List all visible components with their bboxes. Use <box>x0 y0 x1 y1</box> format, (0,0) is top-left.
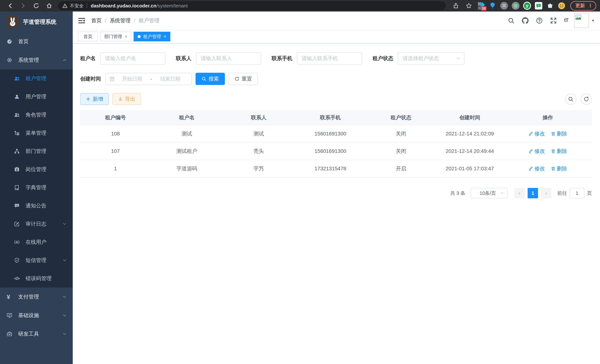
sidebar-item-dict[interactable]: 字典管理 <box>0 178 73 197</box>
contact-label: 联系人 <box>176 55 191 62</box>
trash-icon <box>551 149 556 154</box>
sidebar-item-system[interactable]: 系统管理 <box>0 51 73 69</box>
sidebar-item-dept[interactable]: 部门管理 <box>0 142 73 160</box>
phone-input[interactable] <box>297 52 362 65</box>
refresh-table-button[interactable] <box>581 93 592 105</box>
col-tenant-id: 租户编号 <box>80 110 151 125</box>
toggle-search-button[interactable] <box>565 93 576 105</box>
sidebar-collapse-icon[interactable] <box>78 17 85 24</box>
sidebar-item-infra[interactable]: 基础设施 <box>0 306 73 325</box>
update-label: 更新 <box>575 2 585 9</box>
tab-tenant[interactable]: 租户管理 × <box>134 32 170 41</box>
url-path: /system/tenant <box>156 3 188 9</box>
edit-link[interactable]: 修改 <box>529 130 545 137</box>
monitor-icon <box>7 313 12 318</box>
delete-link[interactable]: 删除 <box>551 148 567 155</box>
goto-page-input[interactable] <box>570 188 584 198</box>
status-select[interactable]: 请选择租户状态 <box>398 52 465 65</box>
date-range-picker[interactable]: 开始日期 - 结束日期 <box>105 73 192 85</box>
sidebar-item-post[interactable]: 岗位管理 <box>0 160 73 178</box>
reset-button[interactable]: 重置 <box>229 73 258 85</box>
delete-link[interactable]: 删除 <box>551 165 567 172</box>
breadcrumb: 首页 / 系统管理 / 租户管理 <box>91 17 159 24</box>
header-search-icon[interactable] <box>508 17 515 24</box>
filter-phone: 联系手机 <box>272 52 362 65</box>
sidebar-item-user[interactable]: 用户管理 <box>0 88 73 106</box>
search-button[interactable]: 搜索 <box>196 73 225 85</box>
browser-forward-icon[interactable] <box>20 3 26 9</box>
date-range-separator: - <box>150 76 153 82</box>
browser-back-icon[interactable] <box>7 3 13 9</box>
share-icon[interactable] <box>453 3 459 9</box>
page-size-select[interactable]: 10条/页 <box>470 188 508 198</box>
edit-note-icon <box>14 221 20 227</box>
filter-row-2: 创建时间 开始日期 - 结束日期 搜索 重置 <box>80 73 592 85</box>
sidebar-item-notice[interactable]: 通知公告 <box>0 197 73 215</box>
breadcrumb-home[interactable]: 首页 <box>91 17 102 24</box>
cell-phone: 15601691300 <box>295 125 366 142</box>
tab-close-icon[interactable]: × <box>125 34 127 39</box>
sidebar-item-label: 支付管理 <box>18 293 62 300</box>
extension-kite-icon[interactable] <box>489 2 497 10</box>
table-row: 108 测试 测试 15601691300 关闭 2021-12-14 21:0… <box>80 125 592 142</box>
address-bar[interactable]: 不安全 dashboard.yudao.iocoder.cn/system/te… <box>58 1 446 10</box>
sidebar-item-label: 错误码管理 <box>26 275 67 282</box>
add-button[interactable]: 新增 <box>80 93 109 105</box>
tenant-name-input[interactable] <box>100 52 166 65</box>
cell-tenant-id: 1 <box>80 160 151 177</box>
app-logo[interactable]: 芋道管理系统 <box>0 11 73 32</box>
delete-link[interactable]: 删除 <box>551 130 567 137</box>
chevron-down-icon <box>62 258 67 262</box>
edit-link[interactable]: 修改 <box>529 148 545 155</box>
status-select-placeholder: 请选择租户状态 <box>403 55 456 62</box>
browser-reload-icon[interactable] <box>33 3 39 9</box>
browser-home-icon[interactable] <box>46 3 52 9</box>
edit-link[interactable]: 修改 <box>529 165 545 172</box>
export-button[interactable]: 导出 <box>112 93 141 105</box>
sidebar-item-dev-tools[interactable]: 研发工具 <box>0 325 73 343</box>
contact-input[interactable] <box>196 52 261 65</box>
sidebar-item-error-code[interactable]: </> 错误码管理 <box>0 269 73 288</box>
sidebar-item-payment[interactable]: ¥ 支付管理 <box>0 288 73 306</box>
avatar[interactable] <box>574 13 589 28</box>
tab-close-icon[interactable]: × <box>164 34 166 39</box>
extension-grid-icon[interactable]: 10 <box>477 2 485 10</box>
help-icon[interactable] <box>536 17 543 24</box>
tab-dept[interactable]: 部门管理 × <box>100 32 131 41</box>
tab-home[interactable]: 首页 <box>78 32 98 41</box>
extension-command-icon[interactable]: ⌘ <box>500 2 508 10</box>
sidebar-item-menu[interactable]: 菜单管理 <box>0 124 73 142</box>
filter-contact: 联系人 <box>176 52 261 65</box>
github-icon[interactable] <box>522 17 529 24</box>
sidebar-item-tenant[interactable]: 租户管理 <box>0 69 73 88</box>
chrome-update-button[interactable]: 更新 ⋮ <box>570 1 596 10</box>
refresh-icon <box>234 76 239 81</box>
sidebar-item-role[interactable]: 角色管理 <box>0 106 73 124</box>
next-page-button[interactable]: › <box>541 188 551 198</box>
extensions-puzzle-icon[interactable] <box>546 2 554 10</box>
table-toolbar: 新增 导出 <box>80 93 592 105</box>
sidebar-item-audit-log[interactable]: 审计日志 <box>0 215 73 233</box>
breadcrumb-section[interactable]: 系统管理 <box>110 17 131 24</box>
kebab-menu-icon[interactable]: ⋮ <box>588 3 593 9</box>
col-created: 创建时间 <box>436 110 504 125</box>
profile-avatar-icon[interactable] <box>558 2 565 10</box>
font-size-icon[interactable]: tT <box>564 17 568 24</box>
sidebar-item-sms[interactable]: 短信管理 <box>0 251 73 269</box>
goto-label: 前往 <box>557 190 567 196</box>
search-icon <box>201 76 206 81</box>
sidebar-item-home[interactable]: 首页 <box>0 32 73 51</box>
current-page-button[interactable]: 1 <box>528 188 538 198</box>
sidebar-item-online-user[interactable]: 在线用户 <box>0 233 73 251</box>
delete-label: 删除 <box>557 165 567 172</box>
grid-square2-icon <box>478 6 481 10</box>
avatar-caret-down-icon[interactable]: ▾ <box>592 18 594 23</box>
prev-page-button[interactable]: ‹ <box>514 188 525 198</box>
extension-record-icon[interactable] <box>512 2 519 10</box>
extension-chat-icon[interactable] <box>535 2 543 10</box>
bookmark-star-icon[interactable] <box>466 3 472 9</box>
smiley-avatar-icon <box>558 2 565 10</box>
security-label[interactable]: 不安全 <box>70 3 84 9</box>
fullscreen-icon[interactable] <box>550 17 557 24</box>
extension-y-icon[interactable]: y <box>523 2 531 10</box>
